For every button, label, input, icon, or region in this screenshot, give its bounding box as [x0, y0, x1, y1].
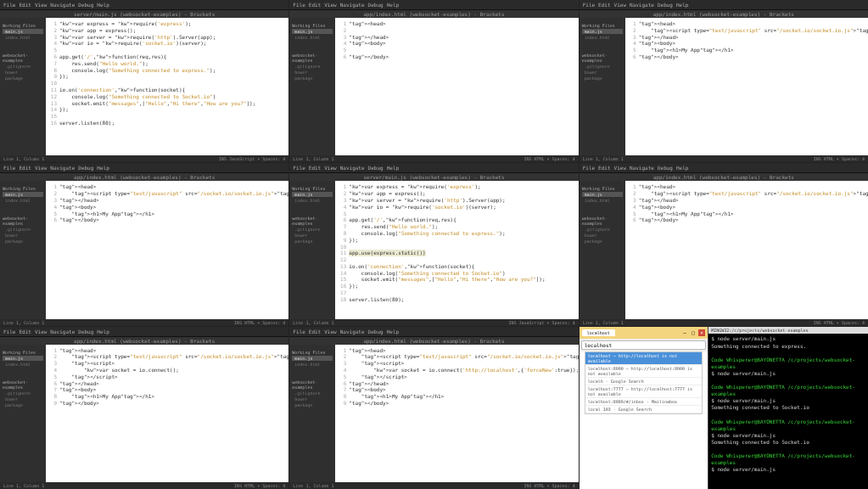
menubar[interactable]: FileEditViewNavigateDebugHelp — [0, 0, 288, 10]
suggestion-item[interactable]: localhost — http://localhost is not avai… — [585, 352, 703, 365]
file-main.js[interactable]: main.js — [292, 192, 333, 197]
menu-navigate[interactable]: Navigate — [50, 329, 75, 334]
file-main.js[interactable]: main.js — [582, 29, 623, 34]
file-index.html[interactable]: index.html — [3, 35, 43, 40]
sidebar[interactable]: Working Filesmain.jsindex.htmlwebsocket-… — [0, 181, 46, 318]
menu-edit[interactable]: Edit — [19, 329, 31, 334]
menu-help[interactable]: Help — [97, 329, 109, 334]
menu-navigate[interactable]: Navigate — [340, 2, 365, 8]
menubar[interactable]: FileEditViewNavigateDebugHelp — [580, 163, 868, 173]
file-main.js[interactable]: main.js — [3, 192, 43, 197]
address-bar[interactable] — [581, 340, 707, 350]
file-index.html[interactable]: index.html — [292, 362, 333, 367]
editor[interactable]: 1"tag"><head>2 "tag"><script type="text/… — [625, 181, 868, 318]
minimize-icon[interactable]: – — [681, 329, 688, 336]
editor[interactable]: 1"tag"><head>2 "tag"><script type="text/… — [625, 18, 868, 155]
file-index.html[interactable]: index.html — [582, 198, 623, 203]
menubar[interactable]: FileEditViewNavigateDebugHelp — [0, 163, 288, 173]
menu-file[interactable]: File — [3, 2, 15, 8]
menu-view[interactable]: View — [614, 2, 626, 8]
menu-help[interactable]: Help — [676, 2, 688, 8]
file-index.html[interactable]: index.html — [3, 198, 43, 203]
editor[interactable]: 1"kw">var express = "kw">require('expres… — [46, 18, 288, 155]
menu-debug[interactable]: Debug — [78, 329, 93, 334]
menu-view[interactable]: View — [324, 165, 336, 171]
close-icon[interactable]: × — [698, 329, 705, 336]
file-index.html[interactable]: index.html — [292, 35, 333, 40]
sidebar[interactable]: Working Filesmain.jsindex.htmlwebsocket-… — [580, 18, 625, 155]
suggestion-item[interactable]: localhost:8000 — http://localhost:8000 i… — [585, 365, 703, 378]
terminal[interactable]: MINGW32:/c/projects/websocket-examples $… — [708, 327, 868, 489]
menu-help[interactable]: Help — [676, 165, 688, 171]
suggestion-item[interactable]: local 103 - Google Search — [585, 406, 703, 413]
menu-help[interactable]: Help — [97, 2, 109, 8]
menubar[interactable]: FileEditViewNavigateDebugHelp — [0, 327, 288, 337]
menu-edit[interactable]: Edit — [309, 329, 321, 334]
menu-help[interactable]: Help — [387, 165, 399, 171]
menu-edit[interactable]: Edit — [309, 2, 321, 8]
suggestion-item[interactable]: localhost:8080/#/inbox - Mailinabox — [585, 398, 703, 406]
menu-view[interactable]: View — [35, 2, 47, 8]
editor[interactable]: 1"tag"><head>2 "tag"><script type="text/… — [46, 345, 288, 482]
menu-file[interactable]: File — [3, 165, 15, 171]
menubar[interactable]: FileEditViewNavigateDebugHelp — [289, 327, 578, 337]
menu-help[interactable]: Help — [387, 329, 399, 334]
menubar[interactable]: FileEditViewNavigateDebugHelp — [580, 0, 868, 10]
menu-help[interactable]: Help — [387, 2, 399, 8]
file-index.html[interactable]: index.html — [3, 362, 43, 367]
menu-file[interactable]: File — [3, 329, 15, 334]
menu-file[interactable]: File — [293, 165, 305, 171]
editor[interactable]: 1"tag"><head>2 "tag"><script type="text/… — [335, 345, 578, 482]
menu-view[interactable]: View — [35, 165, 47, 171]
editor[interactable]: 1"tag"><head>2 "tag"><script type="text/… — [46, 181, 288, 318]
browser-tab[interactable]: localhost — [582, 329, 615, 336]
sidebar[interactable]: Working Filesmain.jsindex.htmlwebsocket-… — [289, 18, 335, 155]
menubar[interactable]: FileEditViewNavigateDebugHelp — [289, 0, 578, 10]
menu-debug[interactable]: Debug — [368, 2, 384, 8]
menu-help[interactable]: Help — [97, 165, 109, 171]
menu-navigate[interactable]: Navigate — [50, 165, 75, 171]
file-main.js[interactable]: main.js — [292, 356, 333, 361]
suggestions[interactable]: localhost — http://localhost is not avai… — [585, 351, 703, 414]
menu-navigate[interactable]: Navigate — [340, 329, 365, 334]
menu-debug[interactable]: Debug — [368, 329, 384, 334]
menu-file[interactable]: File — [583, 2, 595, 8]
menu-edit[interactable]: Edit — [309, 165, 321, 171]
editor[interactable]: 1"tag"><head>23"tag"></head>4"tag"><body… — [335, 18, 578, 155]
sidebar[interactable]: Working Filesmain.jsindex.htmlwebsocket-… — [289, 181, 335, 318]
sidebar[interactable]: Working Filesmain.jsindex.htmlwebsocket-… — [0, 345, 46, 482]
menu-navigate[interactable]: Navigate — [340, 165, 365, 171]
menu-edit[interactable]: Edit — [19, 2, 31, 8]
suggestion-item[interactable]: localhost:7777 — http://localhost:7777 i… — [585, 385, 703, 398]
menubar[interactable]: FileEditViewNavigateDebugHelp — [289, 163, 578, 173]
sidebar[interactable]: Working Filesmain.jsindex.htmlwebsocket-… — [0, 18, 46, 155]
menu-file[interactable]: File — [293, 329, 305, 334]
file-index.html[interactable]: index.html — [292, 198, 333, 203]
menu-edit[interactable]: Edit — [598, 165, 610, 171]
menu-debug[interactable]: Debug — [78, 165, 93, 171]
file-main.js[interactable]: main.js — [3, 356, 43, 361]
menu-view[interactable]: View — [614, 165, 626, 171]
menu-debug[interactable]: Debug — [368, 165, 384, 171]
sidebar[interactable]: Working Filesmain.jsindex.htmlwebsocket-… — [289, 345, 335, 482]
file-main.js[interactable]: main.js — [582, 192, 623, 197]
menu-navigate[interactable]: Navigate — [630, 165, 654, 171]
menu-file[interactable]: File — [293, 2, 305, 8]
menu-edit[interactable]: Edit — [19, 165, 31, 171]
menu-debug[interactable]: Debug — [658, 165, 673, 171]
file-index.html[interactable]: index.html — [582, 35, 623, 40]
menu-edit[interactable]: Edit — [598, 2, 610, 8]
menu-view[interactable]: View — [35, 329, 47, 334]
menu-view[interactable]: View — [324, 329, 336, 334]
menu-navigate[interactable]: Navigate — [50, 2, 75, 8]
file-main.js[interactable]: main.js — [3, 29, 43, 34]
suggestion-item[interactable]: localh - Google Search — [585, 378, 703, 385]
menu-debug[interactable]: Debug — [658, 2, 673, 8]
editor[interactable]: 1"kw">var express = "kw">require('expres… — [335, 181, 578, 318]
menu-debug[interactable]: Debug — [78, 2, 93, 8]
file-main.js[interactable]: main.js — [292, 29, 333, 34]
maximize-icon[interactable]: □ — [690, 329, 697, 336]
menu-navigate[interactable]: Navigate — [630, 2, 654, 8]
menu-file[interactable]: File — [583, 165, 595, 171]
menu-view[interactable]: View — [324, 2, 336, 8]
